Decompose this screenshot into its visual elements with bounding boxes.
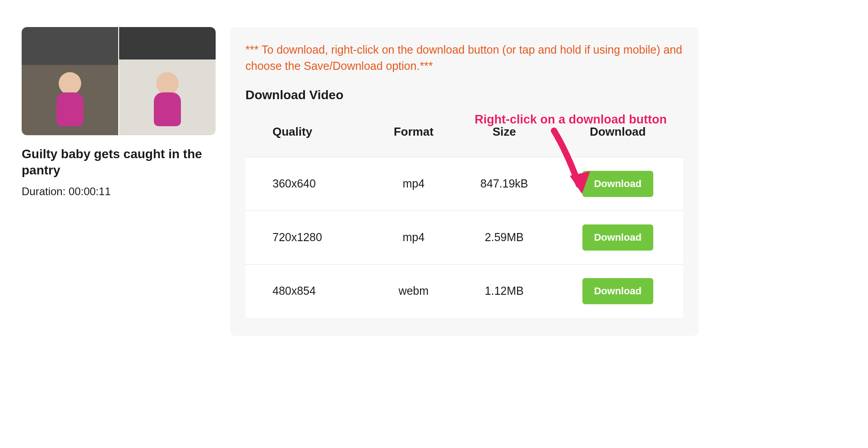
page-container: Guilty baby gets caught in the pantry Du… — [22, 27, 698, 336]
video-duration: Duration: 00:00:11 — [22, 185, 216, 198]
instruction-text: *** To download, right-click on the down… — [245, 41, 683, 74]
download-panel: *** To download, right-click on the down… — [230, 27, 698, 336]
header-format: Format — [371, 125, 456, 157]
download-button[interactable]: Download — [582, 171, 653, 197]
cell-quality: 720x1280 — [245, 210, 371, 264]
cell-quality: 360x640 — [245, 157, 371, 210]
cell-format: mp4 — [371, 210, 456, 264]
video-info-column: Guilty baby gets caught in the pantry Du… — [22, 27, 216, 336]
download-button[interactable]: Download — [582, 278, 653, 304]
header-download: Download — [553, 125, 683, 157]
cell-download: Download — [553, 157, 683, 210]
download-button[interactable]: Download — [582, 224, 653, 251]
thumbnail-frame-2 — [119, 27, 216, 135]
cell-download: Download — [553, 210, 683, 264]
cell-format: webm — [371, 264, 456, 318]
table-header-row: Quality Format Size Download — [245, 125, 683, 157]
cell-format: mp4 — [371, 157, 456, 210]
header-quality: Quality — [245, 125, 371, 157]
cell-quality: 480x854 — [245, 264, 371, 318]
header-size: Size — [456, 125, 553, 157]
table-row: 360x640 mp4 847.19kB Download — [245, 157, 683, 210]
video-thumbnail[interactable] — [22, 27, 216, 135]
cell-size: 2.59MB — [456, 210, 553, 264]
video-title: Guilty baby gets caught in the pantry — [22, 146, 216, 179]
table-row: 480x854 webm 1.12MB Download — [245, 264, 683, 318]
cell-size: 1.12MB — [456, 264, 553, 318]
cell-download: Download — [553, 264, 683, 318]
cell-size: 847.19kB — [456, 157, 553, 210]
download-table: Quality Format Size Download 360x640 mp4… — [245, 125, 683, 318]
table-row: 720x1280 mp4 2.59MB Download — [245, 210, 683, 264]
thumbnail-frame-1 — [22, 27, 118, 135]
download-heading: Download Video — [245, 88, 683, 102]
